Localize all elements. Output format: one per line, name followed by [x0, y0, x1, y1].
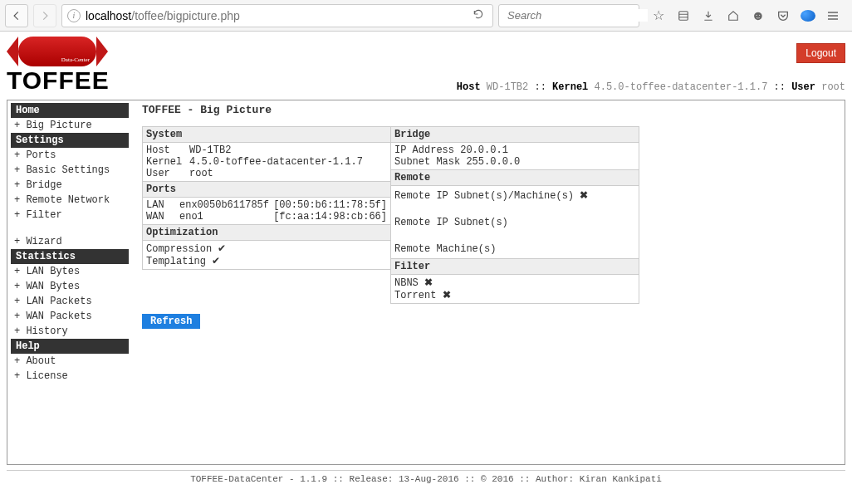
bridge-ip: IP Address 20.0.0.1 — [394, 144, 635, 156]
candy-body-icon — [18, 37, 96, 66]
search-input[interactable] — [507, 9, 648, 22]
logo: TOFFEE — [7, 37, 110, 93]
remote-l1: Remote IP Subnet(s)/Machine(s) ✖ — [394, 188, 635, 203]
system-user-v: root — [189, 168, 387, 179]
home-icon[interactable] — [726, 10, 741, 22]
pocket-icon[interactable] — [776, 9, 791, 22]
sidebar: Home Big Picture Settings Ports Basic Se… — [7, 100, 132, 464]
forward-button[interactable] — [33, 4, 56, 27]
system-host-k: Host — [146, 144, 189, 156]
status-line: Host WD-1TB2 :: Kernel 4.5.0-toffee-data… — [457, 81, 845, 93]
smiley-icon[interactable]: ☻ — [751, 8, 766, 23]
arrow-left-icon — [11, 10, 22, 22]
nav-basic-settings[interactable]: Basic Settings — [11, 163, 129, 178]
nav-history[interactable]: History — [11, 324, 129, 339]
optim-compression: Compression ✔ — [146, 242, 387, 255]
nav-wizard[interactable]: Wizard — [11, 234, 129, 249]
nav-ports[interactable]: Ports — [11, 148, 129, 163]
menu-icon[interactable] — [825, 9, 840, 22]
blue-globe-icon[interactable] — [801, 10, 815, 22]
filter-nbns: NBNS ✖ — [394, 276, 635, 289]
candy-right-icon — [96, 37, 108, 66]
ports-wan-mac: [fc:aa:14:98:cb:66] — [273, 211, 387, 223]
browser-toolbar: i localhost/toffee/bigpicture.php ☆ ☻ — [0, 0, 852, 32]
panel-system-head: System — [143, 127, 390, 143]
ports-lan-if: enx0050b611785f — [179, 199, 273, 211]
nav-section-settings: Settings — [11, 133, 129, 148]
panel-remote-head: Remote — [391, 170, 639, 186]
system-kernel-v: 4.5.0-toffee-datacenter-1.1.7 — [189, 156, 387, 168]
nav-filter[interactable]: Filter — [11, 208, 129, 223]
check-icon: ✔ — [212, 255, 220, 267]
bridge-mask: Subnet Mask 255.0.0.0 — [394, 156, 635, 168]
nav-about[interactable]: About — [11, 354, 129, 369]
panel-ports: Ports LANenx0050b611785f[00:50:b6:11:78:… — [142, 181, 391, 225]
cross-icon: ✖ — [580, 189, 588, 201]
ports-wan-k: WAN — [146, 211, 179, 223]
system-user-k: User — [146, 168, 189, 179]
nav-lan-bytes[interactable]: LAN Bytes — [11, 264, 129, 279]
url-text: localhost/toffee/bigpicture.php — [86, 9, 240, 22]
nav-section-home: Home — [11, 103, 129, 118]
page-title: TOFFEE - Big Picture — [142, 104, 835, 116]
refresh-button[interactable]: Refresh — [142, 314, 200, 329]
panel-optim-head: Optimization — [143, 225, 390, 241]
candy-left-icon — [7, 37, 18, 66]
panel-system: System HostWD-1TB2 Kernel4.5.0-toffee-da… — [142, 126, 391, 182]
nav-big-picture[interactable]: Big Picture — [11, 118, 129, 133]
panel-optimization: Optimization Compression ✔ Templating ✔ — [142, 224, 391, 270]
info-icon[interactable]: i — [67, 9, 81, 22]
reload-button[interactable] — [469, 8, 487, 22]
toolbar-icons: ☆ ☻ — [644, 7, 847, 23]
search-box[interactable] — [498, 4, 639, 27]
arrow-right-icon — [39, 10, 51, 22]
cross-icon: ✖ — [424, 276, 433, 288]
filter-torrent: Torrent ✖ — [394, 289, 635, 301]
logo-text: TOFFEE — [7, 68, 110, 93]
remote-l3: Remote Machine(s) — [394, 242, 635, 257]
address-bar[interactable]: i localhost/toffee/bigpicture.php — [61, 4, 493, 27]
bookmark-star-icon[interactable]: ☆ — [651, 7, 666, 23]
cross-icon: ✖ — [443, 289, 451, 301]
remote-l2: Remote IP Subnet(s) — [394, 215, 635, 230]
panel-bridge-head: Bridge — [391, 127, 639, 143]
footer: TOFFEE-DataCenter - 1.1.9 :: Release: 13… — [7, 470, 845, 487]
panel-ports-head: Ports — [143, 182, 390, 198]
nav-lan-packets[interactable]: LAN Packets — [11, 294, 129, 309]
nav-license[interactable]: License — [11, 369, 129, 384]
downloads-icon[interactable] — [701, 10, 716, 22]
logout-button[interactable]: Logout — [796, 43, 845, 63]
nav-section-help: Help — [11, 339, 129, 354]
system-host-v: WD-1TB2 — [189, 144, 387, 156]
back-button[interactable] — [5, 4, 28, 27]
reload-icon — [473, 8, 484, 20]
ports-lan-k: LAN — [146, 199, 179, 211]
check-icon: ✔ — [218, 242, 226, 254]
panel-bridge: Bridge IP Address 20.0.0.1 Subnet Mask 2… — [390, 126, 639, 170]
main-content: TOFFEE - Big Picture System HostWD-1TB2 … — [132, 100, 845, 464]
nav-section-statistics: Statistics — [11, 249, 129, 264]
ports-wan-if: eno1 — [179, 211, 273, 223]
panel-filter: Filter NBNS ✖ Torrent ✖ — [390, 258, 639, 304]
nav-bridge[interactable]: Bridge — [11, 178, 129, 193]
nav-wan-packets[interactable]: WAN Packets — [11, 309, 129, 324]
system-kernel-k: Kernel — [146, 156, 189, 168]
nav-remote-network[interactable]: Remote Network — [11, 193, 129, 208]
nav-wan-bytes[interactable]: WAN Bytes — [11, 279, 129, 294]
panel-remote: Remote Remote IP Subnet(s)/Machine(s) ✖ … — [390, 169, 639, 259]
sidebar-icon[interactable] — [676, 10, 691, 22]
svg-rect-1 — [679, 11, 688, 20]
optim-templating: Templating ✔ — [146, 255, 387, 267]
ports-lan-mac: [00:50:b6:11:78:5f] — [273, 199, 387, 211]
panel-filter-head: Filter — [391, 259, 639, 275]
